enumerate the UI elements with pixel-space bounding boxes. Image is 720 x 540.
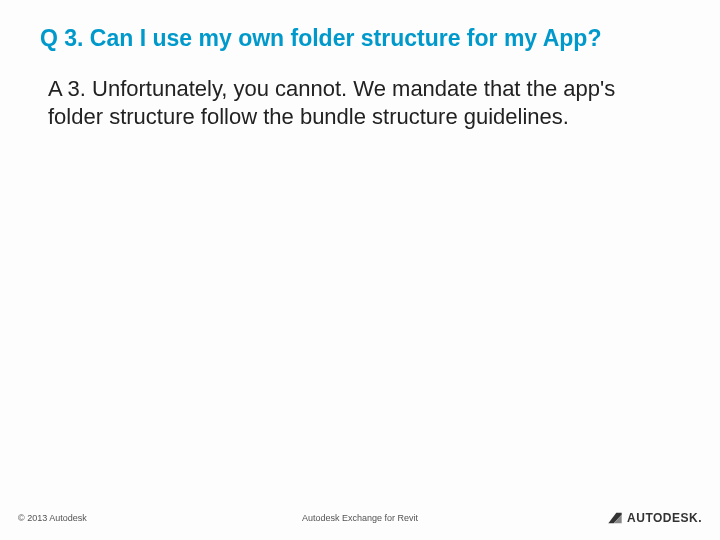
- answer-text: A 3. Unfortunately, you cannot. We manda…: [40, 75, 680, 132]
- question-heading: Q 3. Can I use my own folder structure f…: [40, 24, 680, 53]
- autodesk-logo-text: AUTODESK.: [627, 511, 702, 525]
- autodesk-logo: AUTODESK.: [607, 510, 702, 526]
- copyright-text: © 2013 Autodesk: [18, 513, 87, 523]
- autodesk-logo-icon: [607, 510, 623, 526]
- footer-center-text: Autodesk Exchange for Revit: [302, 513, 418, 523]
- slide: Q 3. Can I use my own folder structure f…: [0, 0, 720, 540]
- footer: © 2013 Autodesk Autodesk Exchange for Re…: [0, 510, 720, 526]
